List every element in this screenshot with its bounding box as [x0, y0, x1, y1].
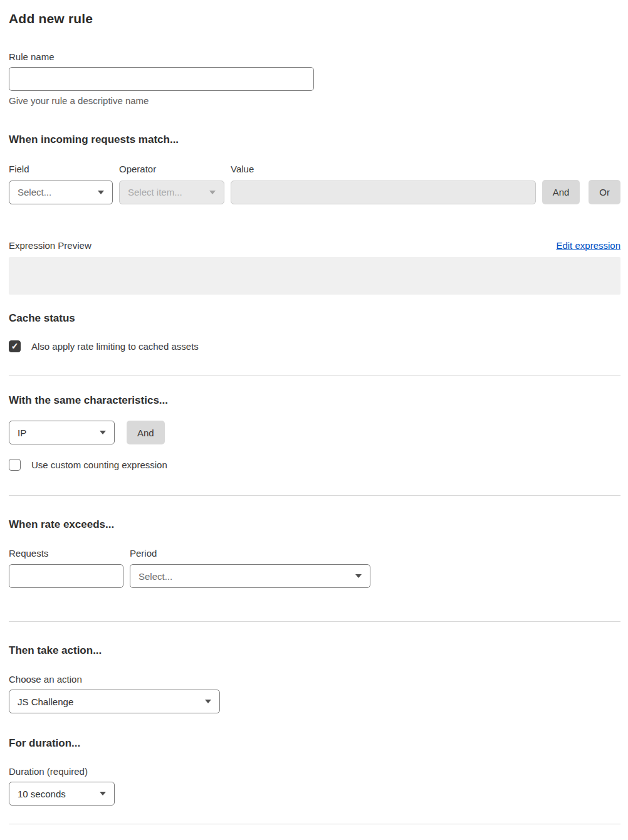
edit-expression-link[interactable]: Edit expression [556, 240, 620, 251]
cached-assets-checkbox[interactable]: ✓ [9, 340, 21, 352]
rule-name-label: Rule name [9, 51, 620, 62]
field-label: Field [9, 164, 119, 174]
custom-counting-label: Use custom counting expression [31, 459, 167, 470]
expression-preview-box [9, 257, 620, 295]
operator-select-value: Select item... [128, 187, 182, 197]
action-select[interactable]: JS Challenge [9, 690, 220, 713]
action-select-value: JS Challenge [18, 696, 73, 707]
duration-select-value: 10 seconds [18, 789, 66, 799]
rule-name-input[interactable] [9, 67, 314, 91]
check-icon: ✓ [11, 342, 19, 350]
chevron-down-icon [205, 700, 211, 703]
chevron-down-icon [100, 792, 106, 795]
period-select[interactable]: Select... [130, 564, 370, 588]
characteristic-and-button[interactable]: And [127, 421, 165, 444]
duration-label: Duration (required) [9, 766, 620, 777]
section-divider [9, 621, 620, 622]
duration-select[interactable]: 10 seconds [9, 782, 115, 806]
period-label: Period [130, 548, 157, 559]
chevron-down-icon [209, 191, 216, 194]
chevron-down-icon [100, 431, 106, 434]
duration-heading: For duration... [9, 737, 620, 750]
chevron-down-icon [355, 574, 362, 578]
field-select-value: Select... [18, 187, 51, 197]
requests-label: Requests [9, 548, 130, 559]
or-button[interactable]: Or [589, 180, 620, 204]
section-divider [9, 375, 620, 376]
rate-heading: When rate exceeds... [9, 518, 620, 531]
characteristic-select[interactable]: IP [9, 421, 115, 444]
field-select[interactable]: Select... [9, 181, 113, 204]
chevron-down-icon [98, 191, 104, 194]
rule-name-helper: Give your rule a descriptive name [9, 95, 620, 106]
section-divider [9, 495, 620, 496]
match-heading: When incoming requests match... [9, 134, 620, 146]
expression-preview-label: Expression Preview [9, 240, 92, 251]
and-button[interactable]: And [542, 180, 580, 204]
custom-counting-checkbox[interactable] [9, 459, 21, 471]
period-select-value: Select... [139, 571, 172, 582]
value-input [231, 181, 536, 204]
value-label: Value [231, 164, 254, 174]
cached-assets-label: Also apply rate limiting to cached asset… [31, 341, 199, 352]
footer-divider [9, 824, 620, 824]
operator-select: Select item... [119, 181, 224, 204]
action-label: Choose an action [9, 674, 620, 685]
characteristics-heading: With the same characteristics... [9, 394, 620, 407]
operator-label: Operator [119, 164, 231, 174]
requests-input[interactable] [9, 564, 123, 588]
action-heading: Then take action... [9, 644, 620, 657]
page-title: Add new rule [9, 11, 620, 26]
cache-status-heading: Cache status [9, 312, 620, 325]
characteristic-select-value: IP [18, 428, 26, 438]
